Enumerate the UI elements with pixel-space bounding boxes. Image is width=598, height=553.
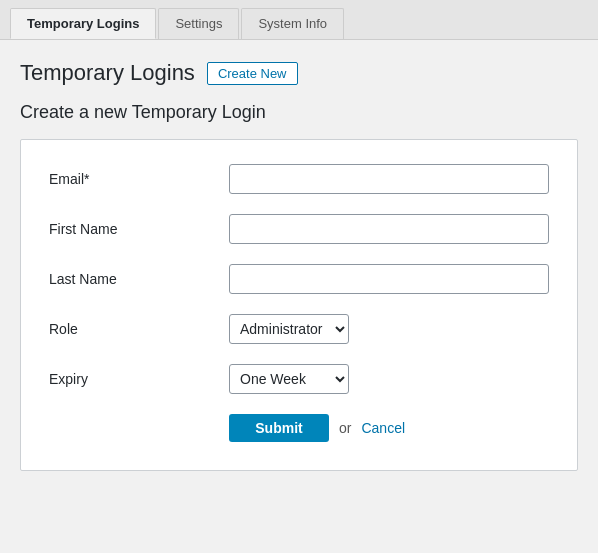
section-title: Create a new Temporary Login bbox=[20, 102, 578, 123]
expiry-label: Expiry bbox=[49, 371, 229, 387]
role-select[interactable]: AdministratorEditorAuthorContributorSubs… bbox=[229, 314, 349, 344]
or-text: or bbox=[339, 420, 351, 436]
submit-button[interactable]: Submit bbox=[229, 414, 329, 442]
form-actions: Submit or Cancel bbox=[49, 414, 549, 442]
tab-settings[interactable]: Settings bbox=[158, 8, 239, 39]
role-label: Role bbox=[49, 321, 229, 337]
tabs-bar: Temporary Logins Settings System Info bbox=[0, 0, 598, 40]
email-row: Email* bbox=[49, 164, 549, 194]
page-header: Temporary Logins Create New bbox=[20, 60, 578, 86]
page-content: Temporary Logins Create New Create a new… bbox=[0, 40, 598, 491]
first-name-field[interactable] bbox=[229, 214, 549, 244]
last-name-label: Last Name bbox=[49, 271, 229, 287]
page-title: Temporary Logins bbox=[20, 60, 195, 86]
role-row: Role AdministratorEditorAuthorContributo… bbox=[49, 314, 549, 344]
email-field[interactable] bbox=[229, 164, 549, 194]
first-name-label: First Name bbox=[49, 221, 229, 237]
cancel-link[interactable]: Cancel bbox=[361, 420, 405, 436]
create-new-button[interactable]: Create New bbox=[207, 62, 298, 85]
expiry-row: Expiry One WeekOne DayTwo DaysThree Days… bbox=[49, 364, 549, 394]
tab-system-info[interactable]: System Info bbox=[241, 8, 344, 39]
form-box: Email* First Name Last Name Role Adminis… bbox=[20, 139, 578, 471]
last-name-row: Last Name bbox=[49, 264, 549, 294]
email-label: Email* bbox=[49, 171, 229, 187]
expiry-select[interactable]: One WeekOne DayTwo DaysThree DaysOne Mon… bbox=[229, 364, 349, 394]
first-name-row: First Name bbox=[49, 214, 549, 244]
last-name-field[interactable] bbox=[229, 264, 549, 294]
tab-temporary-logins[interactable]: Temporary Logins bbox=[10, 8, 156, 39]
